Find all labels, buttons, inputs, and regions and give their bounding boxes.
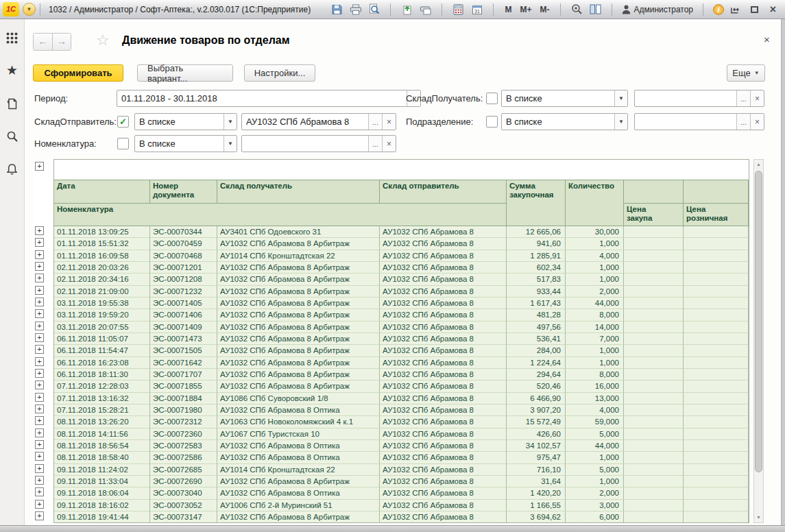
back-button[interactable]: ← [34, 34, 52, 50]
cell-retail-price[interactable] [684, 393, 749, 404]
cell-quantity[interactable]: 14,000 [566, 322, 624, 333]
cell-warehouse-sender[interactable]: АУ1032 СПб Абрамова 8 [380, 476, 507, 487]
table-row[interactable]: 06.11.2018 18:11:30 ЭС-00071707 АУ1032 С… [54, 369, 749, 380]
cell-warehouse-sender[interactable]: АУ1032 СПб Абрамова 8 [380, 452, 507, 463]
cell-quantity[interactable]: 8,000 [566, 369, 624, 380]
cell-doc-number[interactable]: ЭС-00071208 [150, 274, 217, 285]
choose-variant-button[interactable]: Выбрать вариант... [137, 64, 233, 82]
cell-doc-number[interactable]: ЭС-00071473 [150, 333, 217, 345]
cell-date[interactable]: 09.11.2018 18:06:04 [54, 487, 150, 499]
cell-warehouse-sender[interactable]: АУ1032 СПб Абрамова 8 [380, 404, 507, 416]
cell-warehouse-sender[interactable]: АУ1032 СПб Абрамова 8 [380, 428, 507, 440]
forward-button[interactable]: → [52, 34, 71, 50]
cell-warehouse-receiver[interactable]: АУ1032 СПб Абрамова 8 Арбитраж [217, 309, 380, 321]
sender-condition-value[interactable]: В списке [135, 114, 224, 130]
cell-purchase-sum[interactable]: 602,34 [507, 262, 566, 274]
cell-retail-price[interactable] [684, 226, 749, 238]
cell-date[interactable]: 08.11.2018 18:56:54 [54, 440, 150, 452]
cell-purchase-price[interactable] [624, 380, 684, 392]
cell-date[interactable]: 09.11.2018 11:33:04 [54, 476, 150, 487]
cell-date[interactable]: 06.11.2018 18:11:30 [54, 369, 150, 380]
table-row[interactable]: 09.11.2018 11:33:04 ЭС-00072690 АУ1032 С… [54, 476, 749, 487]
period-field[interactable]: 01.11.2018 - 30.11.2018 ... [117, 90, 421, 107]
cell-retail-price[interactable] [684, 440, 749, 452]
nomenclature-checkbox[interactable] [117, 138, 129, 149]
cell-retail-price[interactable] [684, 238, 749, 250]
cell-warehouse-receiver[interactable]: АУ1014 СПб Кронштадтская 22 [217, 250, 380, 262]
sender-value-field[interactable]: АУ1032 СПб Абрамова 8 ... × [241, 113, 396, 130]
cell-retail-price[interactable] [684, 511, 749, 523]
cell-purchase-sum[interactable]: 1 166,55 [507, 500, 566, 511]
table-row[interactable]: 09.11.2018 19:41:44 ЭС-00073147 АУ1032 С… [54, 511, 749, 523]
cell-warehouse-receiver[interactable]: АУ1032 СПб Абрамова 8 Арбитраж [217, 476, 380, 487]
notifications-bell-icon[interactable] [5, 162, 20, 177]
cell-warehouse-sender[interactable]: АУ1032 СПб Абрамова 8 [380, 440, 507, 452]
row-expand-icon[interactable]: + [35, 380, 44, 389]
nomenclature-condition-dropdown-icon[interactable]: ▼ [224, 136, 237, 152]
table-row[interactable]: 02.11.2018 20:34:16 ЭС-00071208 АУ1032 С… [54, 274, 749, 285]
cell-retail-price[interactable] [684, 428, 749, 440]
division-checkbox[interactable] [486, 116, 498, 128]
cell-purchase-sum[interactable]: 517,83 [507, 274, 566, 285]
current-user[interactable]: Администратор [622, 5, 693, 14]
cell-date[interactable]: 06.11.2018 11:54:47 [54, 345, 150, 356]
table-row[interactable]: 08.11.2018 14:11:56 ЭС-00072360 АУ1067 С… [54, 428, 749, 440]
sender-value[interactable]: АУ1032 СПб Абрамова 8 [242, 114, 368, 130]
cell-retail-price[interactable] [684, 357, 749, 369]
division-condition-value[interactable]: В списке [502, 114, 614, 130]
cell-doc-number[interactable]: ЭС-00071405 [150, 298, 217, 309]
cell-purchase-sum[interactable]: 497,56 [507, 322, 566, 333]
more-button[interactable]: Еще ▼ [727, 64, 765, 82]
row-expand-icon[interactable]: + [35, 309, 44, 318]
cell-date[interactable]: 08.11.2018 13:26:20 [54, 416, 150, 428]
cell-doc-number[interactable]: ЭС-00072685 [150, 464, 217, 476]
cell-retail-price[interactable] [684, 452, 749, 463]
cell-date[interactable]: 07.11.2018 13:16:32 [54, 393, 150, 404]
cell-purchase-sum[interactable]: 933,44 [507, 286, 566, 298]
cell-warehouse-receiver[interactable]: АУ1032 СПб Абрамова 8 Оптика [217, 452, 380, 463]
cell-warehouse-receiver[interactable]: АУ1014 СПб Кронштадтская 22 [217, 464, 380, 476]
cell-date[interactable]: 08.11.2018 18:58:40 [54, 452, 150, 463]
cell-doc-number[interactable]: ЭС-00072312 [150, 416, 217, 428]
receiver-checkbox[interactable] [486, 93, 498, 104]
cell-date[interactable]: 01.11.2018 13:09:25 [54, 226, 150, 238]
cell-warehouse-receiver[interactable]: АУ1032 СПб Абрамова 8 Арбитраж [217, 322, 380, 333]
row-expand-icon[interactable]: + [35, 333, 44, 342]
cell-warehouse-receiver[interactable]: АУ1032 СПб Абрамова 8 Арбитраж [217, 357, 380, 369]
cell-warehouse-sender[interactable]: АУ1032 СПб Абрамова 8 [380, 262, 507, 274]
cell-quantity[interactable]: 8,000 [566, 309, 624, 321]
cell-purchase-price[interactable] [624, 298, 684, 309]
cell-date[interactable]: 09.11.2018 19:41:44 [54, 511, 150, 523]
division-value[interactable] [635, 114, 736, 130]
cell-warehouse-sender[interactable]: АУ1032 СПб Абрамова 8 [380, 238, 507, 250]
memory-m-button[interactable]: M [503, 5, 513, 14]
cell-retail-price[interactable] [684, 404, 749, 416]
save-icon[interactable] [330, 3, 343, 16]
cell-quantity[interactable]: 44,000 [566, 440, 624, 452]
cell-date[interactable]: 07.11.2018 12:28:03 [54, 380, 150, 392]
cell-date[interactable]: 07.11.2018 15:28:21 [54, 404, 150, 416]
cell-purchase-price[interactable] [624, 250, 684, 262]
table-row[interactable]: 03.11.2018 19:59:20 ЭС-00071406 АУ1032 С… [54, 309, 749, 321]
cell-quantity[interactable]: 7,000 [566, 333, 624, 345]
scrollbar-thumb[interactable] [755, 171, 762, 472]
table-row[interactable]: 03.11.2018 20:07:55 ЭС-00071409 АУ1032 С… [54, 322, 749, 333]
cell-purchase-sum[interactable]: 15 572,49 [507, 416, 566, 428]
table-row[interactable]: 03.11.2018 19:55:38 ЭС-00071405 АУ1032 С… [54, 298, 749, 309]
settings-button[interactable]: Настройки... [244, 64, 315, 82]
cell-retail-price[interactable] [684, 309, 749, 321]
nomenclature-value-field[interactable]: ... × [241, 135, 396, 152]
cell-doc-number[interactable]: ЭС-00071642 [150, 357, 217, 369]
cell-purchase-sum[interactable]: 716,10 [507, 464, 566, 476]
cell-retail-price[interactable] [684, 476, 749, 487]
cell-purchase-price[interactable] [624, 238, 684, 250]
cell-purchase-price[interactable] [624, 404, 684, 416]
expand-all-icon[interactable]: + [35, 162, 44, 171]
cell-purchase-sum[interactable]: 481,28 [507, 309, 566, 321]
cell-warehouse-sender[interactable]: АУ1032 СПб Абрамова 8 [380, 250, 507, 262]
row-expand-icon[interactable]: + [35, 238, 44, 247]
cell-date[interactable]: 02.11.2018 21:09:00 [54, 286, 150, 298]
table-row[interactable]: 07.11.2018 15:28:21 ЭС-00071980 АУ1032 С… [54, 404, 749, 416]
cell-purchase-price[interactable] [624, 309, 684, 321]
cell-warehouse-sender[interactable]: АУ1032 СПб Абрамова 8 [380, 487, 507, 499]
